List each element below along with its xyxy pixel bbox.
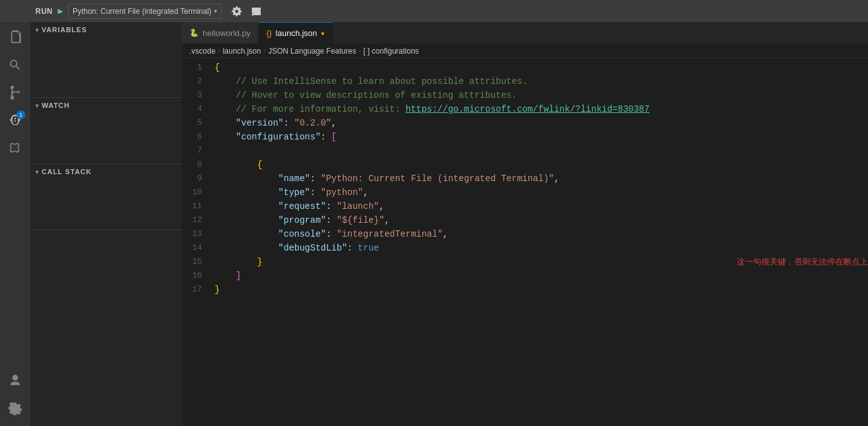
callstack-header[interactable]: ▾ CALL STACK (30, 164, 182, 179)
code-line-2: 2 // Use IntelliSense to learn about pos… (182, 74, 868, 88)
tab-launch-label: launch.json (276, 28, 318, 38)
callstack-label: CALL STACK (42, 168, 92, 175)
variables-section: ▾ VARIABLES (30, 22, 182, 98)
activity-icon-extensions[interactable] (3, 136, 28, 161)
variables-header[interactable]: ▾ VARIABLES (30, 22, 182, 37)
activity-bar: 1 (0, 22, 30, 426)
tab-helloworld[interactable]: 🐍 helloworld.py (182, 22, 259, 44)
code-line-9: 9 "name": "Python: Current File (integra… (182, 172, 868, 186)
info-link[interactable]: https://go.microsoft.com/fwlink/?linkid=… (405, 104, 649, 114)
tab-helloworld-label: helloworld.py (203, 28, 251, 38)
breadcrumb: .vscode › launch.json › JSON Language Fe… (182, 44, 868, 58)
watch-arrow: ▾ (35, 102, 39, 109)
activity-icon-account[interactable] (3, 368, 28, 393)
code-line-15: 15 } 这一句很关键，否则无法停在断点上 (182, 255, 868, 269)
activity-icon-search[interactable] (3, 52, 28, 78)
watch-header[interactable]: ▾ WATCH (30, 98, 182, 113)
breadcrumb-sep-2: › (263, 47, 265, 54)
code-line-11: 11 "request": "launch", (182, 199, 868, 213)
variables-label: VARIABLES (42, 26, 87, 33)
sidebar: ▾ VARIABLES ▾ WATCH ▾ CALL STACK (30, 22, 182, 426)
callstack-body (30, 179, 182, 230)
watch-section: ▾ WATCH (30, 98, 182, 164)
debug-badge: 1 (16, 110, 25, 119)
variables-body (30, 37, 182, 88)
code-line-7: 7 (182, 144, 868, 158)
gear-icon[interactable] (229, 4, 244, 17)
run-play-button[interactable]: ▶ (58, 6, 63, 16)
watch-label: WATCH (42, 102, 70, 109)
callstack-arrow: ▾ (35, 169, 39, 175)
chat-icon[interactable] (248, 4, 263, 17)
activity-icon-source-control[interactable] (3, 80, 28, 105)
code-line-6: 6 "configurations": [ (182, 130, 868, 144)
run-label: RUN (35, 7, 53, 16)
run-config-name: Python: Current File (integrated Termina… (73, 7, 211, 16)
dropdown-arrow-icon: ▾ (214, 8, 217, 15)
activity-icon-debug[interactable]: 1 (3, 108, 28, 133)
breadcrumb-launch[interactable]: launch.json (223, 47, 261, 56)
code-line-14: 14 "debugStdLib": true (182, 241, 868, 255)
tab-bar: 🐍 helloworld.py {} launch.json ● (182, 22, 868, 44)
red-annotation: 这一句很关键，否则无法停在断点上 (737, 255, 868, 269)
code-line-1: 1 { (182, 61, 868, 74)
breadcrumb-vscode[interactable]: .vscode (189, 47, 215, 56)
tab-launch-json[interactable]: {} launch.json ● (259, 22, 333, 44)
watch-body (30, 113, 182, 163)
code-line-16: 16 ] (182, 269, 868, 283)
breadcrumb-configurations[interactable]: [ ] configurations (364, 47, 419, 56)
code-line-4: 4 // For more information, visit: https:… (182, 102, 868, 116)
code-line-10: 10 "type": "python", (182, 186, 868, 199)
code-line-17: 17 } (182, 283, 868, 297)
activity-icon-explorer[interactable] (3, 25, 28, 50)
code-container: 1 { 2 // Use IntelliSense to learn about… (182, 61, 868, 297)
editor-area: 🐍 helloworld.py {} launch.json ● .vscode… (182, 22, 868, 426)
breadcrumb-sep-3: › (359, 47, 360, 54)
code-line-12: 12 "program": "${file}", (182, 213, 868, 227)
json-file-icon: {} (266, 28, 272, 38)
run-config-dropdown[interactable]: Python: Current File (integrated Termina… (68, 4, 222, 19)
python-file-icon: 🐍 (189, 28, 199, 37)
code-line-3: 3 // Hover to view descriptions of exist… (182, 88, 868, 102)
editor-content[interactable]: 1 { 2 // Use IntelliSense to learn about… (182, 58, 868, 426)
code-line-13: 13 "console": "integratedTerminal", (182, 227, 868, 241)
breadcrumb-langfeatures[interactable]: JSON Language Features (268, 47, 356, 56)
callstack-section: ▾ CALL STACK (30, 164, 182, 230)
code-line-8: 8 { (182, 158, 868, 172)
variables-arrow: ▾ (35, 27, 39, 33)
code-line-5: 5 "version": "0.2.0", (182, 116, 868, 130)
modified-dot: ● (321, 30, 324, 37)
breadcrumb-sep-1: › (218, 47, 220, 54)
activity-icon-settings[interactable] (3, 396, 28, 421)
